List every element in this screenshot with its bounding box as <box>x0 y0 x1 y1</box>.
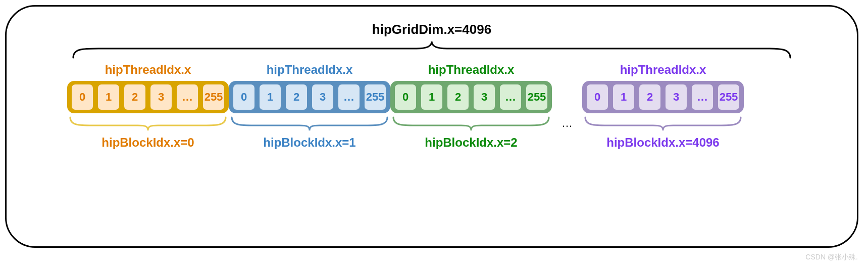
thread-cells-2: 0 1 2 3 … 255 <box>390 81 552 113</box>
thread-cell: 3 <box>472 83 496 111</box>
block-2: hipThreadIdx.x 0 1 2 3 … 255 hipBlockIdx… <box>390 63 552 150</box>
diagram-frame: hipGridDim.x=4096 hipThreadIdx.x 0 1 2 3… <box>5 5 858 248</box>
thread-cell: 0 <box>585 83 609 111</box>
thread-cell: 1 <box>258 83 282 111</box>
thread-cell: 0 <box>70 83 94 111</box>
under-brace-last <box>582 115 744 132</box>
blocks-ellipsis: … <box>552 63 582 154</box>
block-label-0: hipBlockIdx.x=0 <box>101 136 194 150</box>
thread-cell: 1 <box>96 83 121 111</box>
thread-cell: 255 <box>717 83 741 111</box>
thread-cell: 0 <box>393 83 418 111</box>
under-brace-2 <box>390 115 552 132</box>
under-brace-1 <box>229 115 390 132</box>
thread-cell: … <box>175 83 199 111</box>
under-brace-0 <box>67 115 229 132</box>
blocks-row: hipThreadIdx.x 0 1 2 3 … 255 hipBlockIdx… <box>37 63 827 154</box>
thread-cell: 255 <box>525 83 549 111</box>
thread-cell: … <box>337 83 361 111</box>
thread-label-1: hipThreadIdx.x <box>267 63 353 77</box>
thread-cell: 3 <box>311 83 335 111</box>
thread-cell: 1 <box>420 83 444 111</box>
block-last: hipThreadIdx.x 0 1 2 3 … 255 hipBlockIdx… <box>582 63 744 150</box>
thread-cell: 2 <box>638 83 662 111</box>
block-label-2: hipBlockIdx.x=2 <box>425 136 517 150</box>
thread-cell: 2 <box>284 83 309 111</box>
thread-cells-1: 0 1 2 3 … 255 <box>229 81 390 113</box>
thread-cells-last: 0 1 2 3 … 255 <box>582 81 744 113</box>
thread-cell: 255 <box>363 83 387 111</box>
block-label-last: hipBlockIdx.x=4096 <box>606 136 719 150</box>
thread-cells-0: 0 1 2 3 … 255 <box>67 81 229 113</box>
top-brace <box>37 40 827 60</box>
thread-cell: … <box>690 83 714 111</box>
thread-cell: 1 <box>611 83 636 111</box>
thread-cell: 2 <box>123 83 147 111</box>
thread-cell: 2 <box>446 83 470 111</box>
thread-label-last: hipThreadIdx.x <box>620 63 706 77</box>
thread-label-2: hipThreadIdx.x <box>428 63 515 77</box>
block-0: hipThreadIdx.x 0 1 2 3 … 255 hipBlockIdx… <box>67 63 229 150</box>
thread-cell: 3 <box>149 83 173 111</box>
thread-cell: 255 <box>201 83 226 111</box>
thread-cell: 0 <box>232 83 256 111</box>
block-1: hipThreadIdx.x 0 1 2 3 … 255 hipBlockIdx… <box>229 63 390 150</box>
grid-dim-title: hipGridDim.x=4096 <box>37 22 827 37</box>
thread-cell: … <box>498 83 523 111</box>
thread-cell: 3 <box>664 83 688 111</box>
thread-label-0: hipThreadIdx.x <box>105 63 191 77</box>
block-label-1: hipBlockIdx.x=1 <box>263 136 355 150</box>
